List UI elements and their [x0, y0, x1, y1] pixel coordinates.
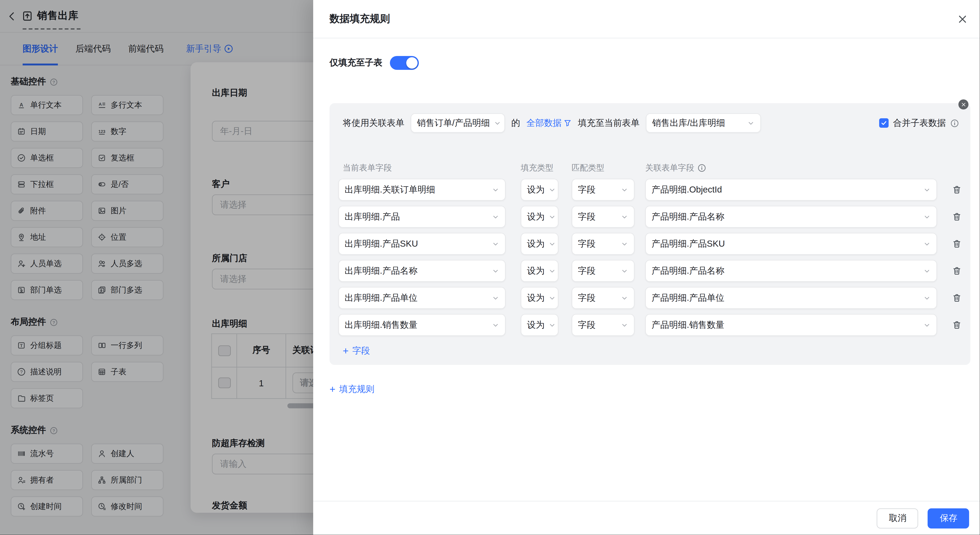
source-form-select[interactable]: 销售订单/产品明细: [410, 113, 505, 133]
save-button[interactable]: 保存: [928, 508, 969, 529]
rule-row-6: 出库明细.销售数量 设为 字段 产品明细.销售数量: [338, 314, 963, 336]
match-type-select[interactable]: 字段: [572, 260, 635, 282]
target-form-select[interactable]: 销售出库/出库明细: [646, 113, 761, 133]
chevron-down-icon: [548, 186, 556, 194]
fill-rule-panel: 将使用关联表单 销售订单/产品明细 的 全部数据 填充至当前表单 销售出库/出库…: [329, 103, 970, 365]
chevron-down-icon: [548, 213, 556, 221]
current-field-select[interactable]: 出库明细.产品SKU: [338, 233, 506, 255]
related-field-select[interactable]: 产品明细.ObjectId: [645, 179, 937, 201]
chevron-down-icon: [492, 321, 500, 329]
fill-type-select[interactable]: 设为: [521, 314, 558, 336]
match-type-select[interactable]: 字段: [572, 314, 635, 336]
chevron-down-icon: [923, 186, 931, 194]
chevron-down-icon: [492, 186, 500, 194]
match-type-select[interactable]: 字段: [572, 287, 635, 309]
related-field-select[interactable]: 产品明细.产品SKU: [645, 233, 937, 255]
chevron-down-icon: [923, 240, 931, 248]
subtable-only-label: 仅填充至子表: [329, 57, 382, 68]
chevron-down-icon: [621, 213, 628, 221]
chevron-down-icon: [923, 294, 931, 302]
check-icon: [880, 119, 887, 126]
col-current-field: 当前表单字段: [338, 162, 506, 174]
chevron-down-icon: [621, 294, 628, 302]
chevron-down-icon: [747, 119, 755, 127]
subtable-only-toggle[interactable]: [390, 56, 419, 70]
plus-icon: +: [329, 384, 336, 395]
chevron-down-icon: [548, 240, 556, 248]
fill-type-select[interactable]: 设为: [521, 260, 558, 282]
current-field-select[interactable]: 出库明细.产品: [338, 206, 506, 228]
rule-row-1: 出库明细.关联订单明细 设为 字段 产品明细.ObjectId: [338, 179, 963, 201]
related-field-select[interactable]: 产品明细.产品名称: [645, 206, 937, 228]
chevron-down-icon: [548, 267, 556, 275]
modal-footer: 取消 保存: [313, 501, 980, 535]
rule-row-2: 出库明细.产品 设为 字段 产品明细.产品名称: [338, 206, 963, 228]
add-field-button[interactable]: + 字段: [343, 346, 370, 357]
fill-type-select[interactable]: 设为: [521, 233, 558, 255]
chevron-down-icon: [548, 321, 556, 329]
chevron-down-icon: [923, 213, 931, 221]
data-fill-rules-modal: 数据填充规则 仅填充至子表 将使用关联表单 销售订单/产品明细 的: [313, 0, 980, 535]
current-field-select[interactable]: 出库明细.关联订单明细: [338, 179, 506, 201]
chevron-down-icon: [621, 186, 628, 194]
chevron-down-icon: [492, 267, 500, 275]
chevron-down-icon: [548, 294, 556, 302]
add-fill-rule-button[interactable]: + 填充规则: [329, 384, 374, 395]
rule-row-5: 出库明细.产品单位 设为 字段 产品明细.产品单位: [338, 287, 963, 309]
trash-icon[interactable]: [952, 266, 962, 275]
chevron-down-icon: [621, 267, 628, 275]
modal-body: 仅填充至子表 将使用关联表单 销售订单/产品明细 的 全部数据 填: [313, 38, 980, 501]
current-field-select[interactable]: 出库明细.销售数量: [338, 314, 506, 336]
remove-rule-icon[interactable]: [958, 99, 969, 110]
chevron-down-icon: [923, 267, 931, 275]
trash-icon[interactable]: [952, 293, 962, 303]
current-field-select[interactable]: 出库明细.产品名称: [338, 260, 506, 282]
rule-row-3: 出库明细.产品SKU 设为 字段 产品明细.产品SKU: [338, 233, 963, 255]
col-related-field: 关联表单字段: [645, 162, 937, 174]
match-type-select[interactable]: 字段: [572, 206, 635, 228]
related-field-select[interactable]: 产品明细.产品名称: [645, 260, 937, 282]
chevron-down-icon: [621, 240, 628, 248]
related-field-select[interactable]: 产品明细.销售数量: [645, 314, 937, 336]
rule-of-text: 的: [511, 118, 520, 129]
info-circle-icon[interactable]: [697, 164, 706, 172]
current-field-select[interactable]: 出库明细.产品单位: [338, 287, 506, 309]
chevron-down-icon: [621, 321, 628, 329]
chevron-down-icon: [492, 294, 500, 302]
col-fill-type: 填充类型: [521, 162, 558, 174]
toggle-knob: [406, 57, 418, 68]
fill-type-select[interactable]: 设为: [521, 206, 558, 228]
trash-icon[interactable]: [952, 185, 962, 194]
fill-type-select[interactable]: 设为: [521, 179, 558, 201]
rule-fill-text: 填充至当前表单: [578, 118, 640, 129]
trash-icon[interactable]: [952, 212, 962, 221]
merge-label: 合并子表数据: [893, 118, 946, 129]
trash-icon[interactable]: [952, 320, 962, 330]
chevron-down-icon: [494, 119, 501, 127]
chevron-down-icon: [492, 240, 500, 248]
trash-icon[interactable]: [952, 239, 962, 248]
col-match-type: 匹配类型: [572, 162, 635, 174]
chevron-down-icon: [492, 213, 500, 221]
all-data-filter-link[interactable]: 全部数据: [527, 118, 572, 129]
fill-type-select[interactable]: 设为: [521, 287, 558, 309]
chevron-down-icon: [923, 321, 931, 329]
merge-subtable-option[interactable]: 合并子表数据: [879, 118, 959, 129]
app-root: 销售出库 图形设计 后端代码 前端代码 新手引导 基础控件 单行文本 多行文本 …: [0, 0, 980, 535]
rule-config-row: 将使用关联表单 销售订单/产品明细 的 全部数据 填充至当前表单 销售出库/出库…: [343, 113, 959, 133]
subtable-only-row: 仅填充至子表: [329, 56, 970, 70]
match-type-select[interactable]: 字段: [572, 233, 635, 255]
rule-row-4: 出库明细.产品名称 设为 字段 产品明细.产品名称: [338, 260, 963, 282]
close-icon[interactable]: [955, 11, 970, 26]
modal-title: 数据填充规则: [329, 13, 390, 25]
merge-checkbox[interactable]: [879, 118, 889, 128]
related-field-select[interactable]: 产品明细.产品单位: [645, 287, 937, 309]
rules-table-header: 当前表单字段 填充类型 匹配类型 关联表单字段: [338, 162, 963, 174]
funnel-icon: [563, 119, 572, 127]
match-type-select[interactable]: 字段: [572, 179, 635, 201]
rule-prefix-text: 将使用关联表单: [343, 118, 404, 129]
modal-header: 数据填充规则: [313, 0, 980, 38]
plus-icon: +: [343, 346, 348, 356]
info-circle-icon[interactable]: [950, 119, 959, 127]
cancel-button[interactable]: 取消: [877, 508, 918, 529]
